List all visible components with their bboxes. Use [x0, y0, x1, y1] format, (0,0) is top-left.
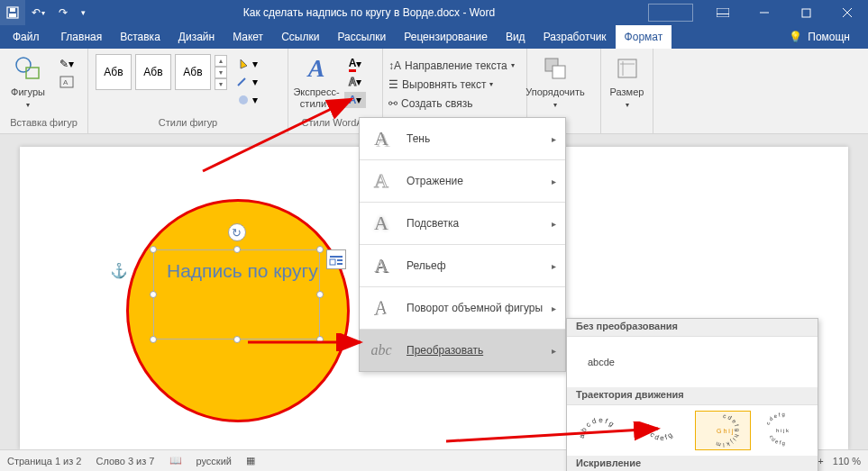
arrange-icon [541, 54, 570, 83]
reflection-glyph-icon: A [369, 168, 394, 194]
maximize-icon[interactable] [785, 0, 827, 25]
svg-rect-6 [802, 9, 810, 17]
arrange-button[interactable]: Упорядочить▾ [533, 52, 578, 112]
style-1[interactable]: Абв [96, 54, 132, 90]
submenu-arrow-icon: ▸ [552, 134, 556, 144]
redo-icon[interactable]: ↷ [50, 0, 76, 25]
tab-design[interactable]: Дизайн [169, 25, 224, 49]
tab-layout[interactable]: Макет [224, 25, 272, 49]
svg-rect-21 [337, 259, 343, 261]
handle-tr[interactable] [316, 246, 324, 253]
handle-mr[interactable] [316, 291, 324, 298]
path-button[interactable]: c d e f gc d e f gh i j k [756, 411, 812, 450]
rotation-glyph-icon: A [367, 293, 390, 324]
zoom-level[interactable]: 110 % [833, 456, 861, 466]
layout-options-icon[interactable] [326, 249, 346, 269]
handle-bm[interactable] [233, 336, 241, 343]
annotation-arrow-1 [194, 90, 365, 180]
page-indicator[interactable]: Страница 1 из 2 [7, 456, 81, 466]
qat-customize-icon[interactable]: ▾ [76, 0, 90, 25]
svg-rect-10 [26, 68, 39, 78]
text-outline-icon[interactable]: A▾ [344, 74, 366, 90]
no-transform-header: Без преобразования [567, 319, 818, 337]
zoom-in-icon[interactable]: + [818, 456, 823, 466]
shape-styles-gallery[interactable]: Абв Абв Абв ▴ ▾ ▾ [94, 52, 227, 92]
tab-references[interactable]: Ссылки [272, 25, 328, 49]
text-effects-menu: A Тень ▸ A Отражение ▸ A Подсветка ▸ A Р… [359, 117, 566, 372]
language-indicator[interactable]: русский [196, 456, 232, 466]
text-box-icon[interactable]: A [56, 74, 78, 90]
menu-shadow[interactable]: A Тень ▸ [360, 118, 565, 159]
annotation-arrow-2 [243, 333, 370, 351]
create-link-button[interactable]: ⚯Создать связь [388, 94, 472, 113]
menu-transform[interactable]: abc Преобразовать ▸ [360, 330, 565, 371]
text-box[interactable]: Надпись по кругу ↻ [153, 249, 320, 340]
gallery-more-icon[interactable]: ▾ [215, 78, 227, 90]
tab-mailings[interactable]: Рассылки [328, 25, 395, 49]
style-2[interactable]: Абв [135, 54, 171, 90]
edit-shape-icon[interactable]: ✎▾ [56, 56, 78, 72]
ribbon-options-icon[interactable] [702, 0, 744, 25]
svg-rect-15 [553, 66, 565, 78]
shapes-label: Фигуры [11, 86, 45, 97]
annotation-arrow-3 [442, 421, 667, 448]
tab-home[interactable]: Главная [52, 25, 112, 49]
create-link-label: Создать связь [401, 97, 472, 110]
shapes-icon [14, 54, 42, 83]
gallery-down-icon[interactable]: ▾ [215, 67, 227, 78]
menu-reflection[interactable]: A Отражение ▸ [360, 160, 565, 202]
size-button[interactable]: Размер▾ [607, 52, 647, 112]
text-direction-button[interactable]: ↕AНаправление текста ▾ [388, 56, 515, 75]
text-fill-icon[interactable]: A▾ [344, 56, 366, 72]
text-dir-label: Направление текста [405, 59, 507, 72]
handle-ml[interactable] [150, 291, 157, 298]
svg-text:h i j k: h i j k [776, 428, 790, 433]
align-text-button[interactable]: ☰Выровнять текст ▾ [388, 75, 493, 94]
menu-transform-label: Преобразовать [407, 344, 483, 357]
spellcheck-icon[interactable]: 📖 [169, 455, 182, 466]
tab-format[interactable]: Формат [616, 25, 672, 49]
gallery-up-icon[interactable]: ▴ [215, 55, 227, 67]
no-transform-option[interactable]: abcde [572, 342, 630, 382]
tab-developer[interactable]: Разработчик [535, 25, 616, 49]
share-button[interactable] [648, 4, 693, 22]
tab-file[interactable]: Файл [0, 25, 52, 49]
rotate-handle[interactable]: ↻ [228, 223, 246, 241]
menu-glow-label: Подсветка [407, 217, 459, 230]
svg-text:c d e f g: c d e f g [765, 412, 785, 425]
undo-icon[interactable]: ↶▾ [25, 0, 50, 25]
macro-icon[interactable]: ▦ [246, 455, 255, 466]
save-icon[interactable] [0, 0, 25, 25]
svg-rect-1 [9, 14, 16, 17]
text-box-content[interactable]: Надпись по кругу [167, 258, 318, 284]
ribbon-tabs: Файл Главная Вставка Дизайн Макет Ссылки… [0, 25, 868, 49]
menu-bevel[interactable]: A Рельеф ▸ [360, 245, 565, 286]
close-icon[interactable] [827, 0, 868, 25]
tab-review[interactable]: Рецензирование [395, 25, 497, 49]
menu-glow[interactable]: A Подсветка ▸ [360, 203, 565, 244]
shape-fill-icon[interactable]: ▾ [236, 56, 258, 72]
tab-insert[interactable]: Вставка [111, 25, 169, 49]
svg-line-31 [203, 99, 352, 171]
anchor-icon[interactable]: ⚓ [110, 262, 128, 279]
link-icon: ⚯ [388, 97, 397, 110]
tab-view[interactable]: Вид [497, 25, 535, 49]
shape-outline-icon[interactable]: ▾ [236, 74, 258, 90]
handle-tm[interactable] [233, 246, 241, 253]
size-label: Размер [610, 86, 644, 97]
tell-me[interactable]: 💡 Помощн [771, 25, 868, 49]
warp-header: Искривление [567, 456, 818, 471]
minimize-icon[interactable] [744, 0, 785, 25]
submenu-arrow-icon: ▸ [552, 219, 556, 229]
handle-bl[interactable] [150, 336, 157, 343]
svg-rect-2 [10, 8, 15, 12]
handle-tl[interactable] [150, 246, 157, 253]
menu-3d-rotation[interactable]: A Поворот объемной фигуры ▸ [360, 287, 565, 329]
style-3[interactable]: Абв [175, 54, 211, 90]
align-text-label: Выровнять текст [402, 78, 486, 91]
bevel-glyph-icon: A [369, 253, 394, 278]
path-circle[interactable]: c d e f g h i j k l mG h i j [695, 411, 751, 450]
word-count[interactable]: Слово 3 из 7 [96, 456, 154, 466]
submenu-arrow-icon: ▸ [552, 303, 556, 313]
shapes-button[interactable]: Фигуры▾ [5, 52, 50, 112]
